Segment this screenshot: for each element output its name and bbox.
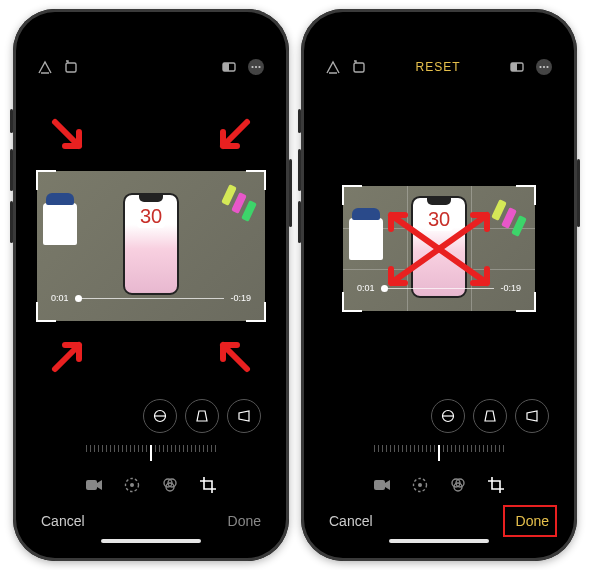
- cancel-button[interactable]: Cancel: [329, 513, 373, 529]
- display-number: 30: [137, 205, 165, 228]
- svg-rect-17: [511, 63, 517, 71]
- edit-mode-tabs: [25, 473, 277, 497]
- svg-rect-9: [86, 480, 97, 490]
- volume-up: [10, 149, 13, 191]
- editor-topbar: RESET: [313, 53, 565, 81]
- crop-handle-tl[interactable]: [342, 185, 362, 205]
- svg-point-11: [130, 483, 134, 487]
- home-indicator[interactable]: [389, 539, 489, 543]
- adjust-tab-icon[interactable]: [411, 476, 429, 494]
- phone-right: RESET 30 0:01 -0:: [301, 9, 577, 561]
- aspect-ratio-icon[interactable]: [509, 59, 525, 75]
- crop-handle-bl[interactable]: [342, 292, 362, 312]
- notch: [91, 21, 211, 45]
- crop-handle-tr[interactable]: [516, 185, 536, 205]
- done-button[interactable]: Done: [516, 513, 549, 529]
- home-indicator[interactable]: [101, 539, 201, 543]
- crop-area[interactable]: 30 0:01 -0:19: [343, 186, 535, 311]
- svg-point-6: [258, 66, 260, 68]
- angle-slider[interactable]: [37, 441, 265, 465]
- prop-phone: 30: [123, 193, 179, 295]
- svg-rect-15: [354, 63, 364, 72]
- prop-cup: [43, 203, 77, 245]
- svg-point-5: [255, 66, 257, 68]
- flip-vertical-icon[interactable]: [37, 59, 53, 75]
- transform-buttons: [431, 399, 549, 433]
- crop-handle-br[interactable]: [246, 302, 266, 322]
- svg-rect-0: [66, 63, 76, 72]
- angle-slider[interactable]: [325, 441, 553, 465]
- more-icon[interactable]: [535, 58, 553, 76]
- editor-topbar: [25, 53, 277, 81]
- svg-point-26: [418, 483, 422, 487]
- screen: RESET 30 0:01 -0:: [313, 21, 565, 549]
- crop-tab-icon[interactable]: [199, 476, 217, 494]
- power-button: [577, 159, 580, 227]
- power-button: [289, 159, 292, 227]
- svg-point-20: [543, 66, 545, 68]
- prop-marker: [241, 200, 257, 222]
- annotation-arrow-icon: [49, 116, 93, 160]
- crop-tab-icon[interactable]: [487, 476, 505, 494]
- annotation-arrow-icon: [209, 331, 253, 375]
- bottom-action-bar: Cancel Done: [313, 513, 565, 529]
- horizontal-perspective-button[interactable]: [515, 399, 549, 433]
- annotation-arrow-icon: [49, 331, 93, 375]
- prop-marker: [511, 215, 527, 237]
- bottom-action-bar: Cancel Done: [25, 513, 277, 529]
- volume-down: [10, 201, 13, 243]
- filters-tab-icon[interactable]: [449, 476, 467, 494]
- edit-mode-tabs: [313, 473, 565, 497]
- phone-left: 30 0:01 -0:19: [13, 9, 289, 561]
- annotation-arrow-icon: [209, 116, 253, 160]
- adjust-tab-icon[interactable]: [123, 476, 141, 494]
- crop-handle-tl[interactable]: [36, 170, 56, 190]
- horizontal-perspective-button[interactable]: [227, 399, 261, 433]
- flip-vertical-icon[interactable]: [325, 59, 341, 75]
- video-tab-icon[interactable]: [373, 478, 391, 492]
- vertical-perspective-button[interactable]: [185, 399, 219, 433]
- transform-buttons: [143, 399, 261, 433]
- rotate-icon[interactable]: [63, 59, 79, 75]
- video-frame[interactable]: 30 0:01 -0:19: [37, 171, 265, 321]
- screen: 30 0:01 -0:19: [25, 21, 277, 549]
- annotation-drag-arrows-icon: [369, 199, 509, 299]
- notch: [379, 21, 499, 45]
- aspect-ratio-icon[interactable]: [221, 59, 237, 75]
- crop-handle-tr[interactable]: [246, 170, 266, 190]
- svg-point-4: [251, 66, 253, 68]
- video-timeline[interactable]: 0:01 -0:19: [51, 293, 251, 303]
- more-icon[interactable]: [247, 58, 265, 76]
- reset-button[interactable]: RESET: [367, 60, 509, 74]
- playhead[interactable]: [75, 295, 82, 302]
- svg-rect-2: [223, 63, 229, 71]
- video-tab-icon[interactable]: [85, 478, 103, 492]
- mute-switch: [298, 109, 301, 133]
- volume-up: [298, 149, 301, 191]
- svg-rect-24: [374, 480, 385, 490]
- done-button[interactable]: Done: [228, 513, 261, 529]
- straighten-button[interactable]: [143, 399, 177, 433]
- crop-handle-br[interactable]: [516, 292, 536, 312]
- crop-area[interactable]: 30 0:01 -0:19: [37, 171, 265, 321]
- cancel-button[interactable]: Cancel: [41, 513, 85, 529]
- svg-point-19: [539, 66, 541, 68]
- filters-tab-icon[interactable]: [161, 476, 179, 494]
- mute-switch: [10, 109, 13, 133]
- volume-down: [298, 201, 301, 243]
- rotate-icon[interactable]: [351, 59, 367, 75]
- crop-handle-bl[interactable]: [36, 302, 56, 322]
- straighten-button[interactable]: [431, 399, 465, 433]
- svg-point-21: [546, 66, 548, 68]
- vertical-perspective-button[interactable]: [473, 399, 507, 433]
